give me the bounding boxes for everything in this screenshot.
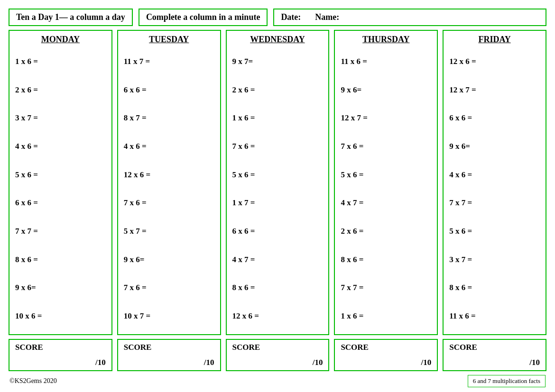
fact-item: 2 x 6 = xyxy=(15,76,106,104)
fact-item: 7 x 7 = xyxy=(449,189,540,218)
day-col-monday: MONDAY1 x 6 =2 x 6 =3 x 7 =4 x 6 =5 x 6 … xyxy=(9,30,112,335)
score-label: SCORE xyxy=(449,343,540,352)
score-row: SCORE/10SCORE/10SCORE/10SCORE/10SCORE/10 xyxy=(9,339,546,371)
score-box-friday: SCORE/10 xyxy=(443,339,546,371)
fact-item: 12 x 7 = xyxy=(341,104,431,132)
page: Ten a Day 1— a column a day Complete a c… xyxy=(0,0,555,392)
day-header-thursday: THURSDAY xyxy=(341,35,431,45)
score-value: /10 xyxy=(449,358,540,367)
fact-item: 8 x 7 = xyxy=(124,104,214,132)
score-value: /10 xyxy=(124,358,214,367)
fact-item: 4 x 7 = xyxy=(341,189,431,218)
fact-item: 3 x 7 = xyxy=(15,104,106,132)
fact-item: 5 x 6 = xyxy=(449,217,540,246)
day-col-tuesday: TUESDAY11 x 7 =6 x 6 =8 x 7 =4 x 6 =12 x… xyxy=(117,30,221,335)
date-name-box: Date: Name: xyxy=(273,9,546,26)
copyright-text: ©KS2Gems 2020 xyxy=(9,377,57,385)
score-box-wednesday: SCORE/10 xyxy=(226,339,330,371)
fact-item: 11 x 6 = xyxy=(341,47,431,76)
subtitle-text: Complete a column in a minute xyxy=(146,12,260,22)
fact-item: 12 x 6 = xyxy=(449,47,540,76)
fact-item: 7 x 7 = xyxy=(341,274,431,302)
fact-item: 1 x 7 = xyxy=(232,189,323,218)
score-label: SCORE xyxy=(124,343,214,352)
fact-item: 6 x 6 = xyxy=(124,76,214,104)
score-box-tuesday: SCORE/10 xyxy=(117,339,221,371)
score-value: /10 xyxy=(232,358,323,367)
fact-item: 6 x 6 = xyxy=(232,217,323,246)
fact-item: 7 x 6 = xyxy=(341,132,431,161)
score-value: /10 xyxy=(341,358,431,367)
fact-item: 4 x 6 = xyxy=(15,132,106,161)
fact-item: 7 x 6 = xyxy=(124,274,214,302)
fact-item: 4 x 6 = xyxy=(449,161,540,189)
day-col-friday: FRIDAY12 x 6 =12 x 7 =6 x 6 =9 x 6=4 x 6… xyxy=(443,30,546,335)
day-header-monday: MONDAY xyxy=(15,35,106,45)
score-label: SCORE xyxy=(341,343,431,352)
fact-item: 7 x 6 = xyxy=(232,132,323,161)
fact-item: 11 x 6 = xyxy=(449,302,540,330)
fact-item: 7 x 6 = xyxy=(124,189,214,218)
day-col-wednesday: WEDNESDAY9 x 7=2 x 6 =1 x 6 =7 x 6 =5 x … xyxy=(226,30,330,335)
fact-item: 1 x 6 = xyxy=(232,104,323,132)
subtitle-box: Complete a column in a minute xyxy=(139,9,268,26)
fact-item: 9 x 6= xyxy=(449,132,540,161)
score-box-monday: SCORE/10 xyxy=(9,339,112,371)
fact-item: 10 x 6 = xyxy=(15,302,106,330)
fact-item: 8 x 6 = xyxy=(232,274,323,302)
score-value: /10 xyxy=(15,358,106,367)
fact-item: 1 x 6 = xyxy=(341,302,431,330)
fact-item: 2 x 6 = xyxy=(232,76,323,104)
fact-item: 11 x 7 = xyxy=(124,47,214,76)
fact-item: 8 x 6 = xyxy=(341,246,431,274)
fact-item: 8 x 6 = xyxy=(15,246,106,274)
fact-item: 4 x 6 = xyxy=(124,132,214,161)
title-box: Ten a Day 1— a column a day xyxy=(9,9,133,26)
fact-item: 8 x 6 = xyxy=(449,274,540,302)
fact-item: 5 x 6 = xyxy=(15,161,106,189)
day-col-thursday: THURSDAY11 x 6 =9 x 6=12 x 7 =7 x 6 =5 x… xyxy=(334,30,438,335)
date-label: Date: xyxy=(281,12,301,22)
fact-item: 9 x 6= xyxy=(15,274,106,302)
score-label: SCORE xyxy=(15,343,106,352)
fact-item: 10 x 7 = xyxy=(124,302,214,330)
fact-item: 7 x 7 = xyxy=(15,217,106,246)
fact-item: 6 x 6 = xyxy=(15,189,106,218)
title-text: Ten a Day 1— a column a day xyxy=(16,12,125,22)
fact-item: 9 x 6= xyxy=(124,246,214,274)
fact-item: 12 x 6 = xyxy=(124,161,214,189)
name-label: Name: xyxy=(315,12,339,22)
fact-item: 9 x 7= xyxy=(232,47,323,76)
fact-item: 2 x 6 = xyxy=(341,217,431,246)
fact-item: 5 x 6 = xyxy=(232,161,323,189)
fact-item: 6 x 6 = xyxy=(449,104,540,132)
fact-item: 3 x 7 = xyxy=(449,246,540,274)
fact-item: 5 x 7 = xyxy=(124,217,214,246)
day-header-wednesday: WEDNESDAY xyxy=(232,35,323,45)
score-label: SCORE xyxy=(232,343,323,352)
day-header-friday: FRIDAY xyxy=(449,35,540,45)
footer-row: ©KS2Gems 2020 6 and 7 multiplication fac… xyxy=(9,375,546,387)
day-header-tuesday: TUESDAY xyxy=(124,35,214,45)
fact-item: 4 x 7 = xyxy=(232,246,323,274)
score-box-thursday: SCORE/10 xyxy=(334,339,438,371)
topic-box: 6 and 7 multiplication facts xyxy=(468,375,546,387)
fact-item: 12 x 7 = xyxy=(449,76,540,104)
header-row: Ten a Day 1— a column a day Complete a c… xyxy=(9,9,546,26)
fact-item: 9 x 6= xyxy=(341,76,431,104)
fact-item: 1 x 6 = xyxy=(15,47,106,76)
topic-text: 6 and 7 multiplication facts xyxy=(473,377,540,384)
columns-area: MONDAY1 x 6 =2 x 6 =3 x 7 =4 x 6 =5 x 6 … xyxy=(9,30,546,335)
fact-item: 12 x 6 = xyxy=(232,302,323,330)
fact-item: 5 x 6 = xyxy=(341,161,431,189)
